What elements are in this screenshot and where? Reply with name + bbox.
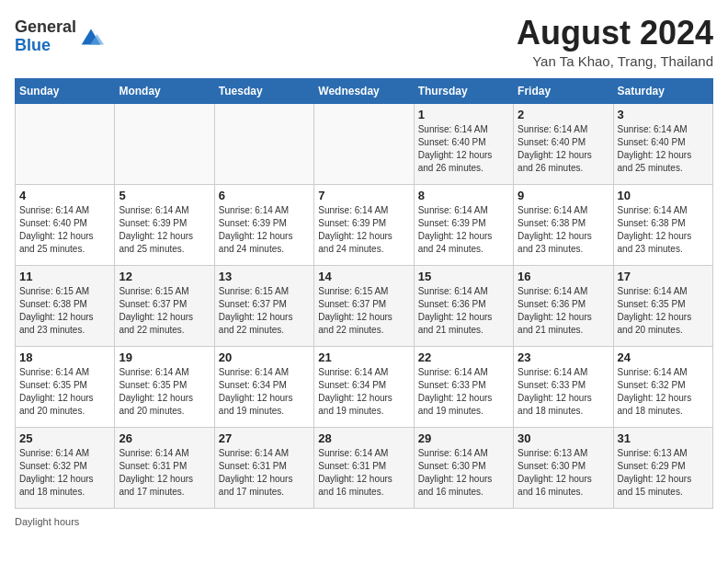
calendar-cell: 6Sunrise: 6:14 AM Sunset: 6:39 PM Daylig… [214,184,313,265]
weekday-header-friday: Friday [514,78,613,103]
day-number: 25 [19,431,110,445]
day-info: Sunrise: 6:13 AM Sunset: 6:30 PM Dayligh… [518,447,609,499]
day-number: 9 [518,189,609,202]
day-info: Sunrise: 6:14 AM Sunset: 6:38 PM Dayligh… [518,204,609,256]
weekday-header-wednesday: Wednesday [314,78,414,103]
day-number: 2 [518,108,609,121]
day-info: Sunrise: 6:14 AM Sunset: 6:35 PM Dayligh… [19,366,110,418]
day-number: 31 [618,431,709,445]
day-info: Sunrise: 6:14 AM Sunset: 6:39 PM Dayligh… [418,204,509,256]
calendar-cell: 4Sunrise: 6:14 AM Sunset: 6:40 PM Daylig… [16,184,115,265]
calendar-week-1: 1Sunrise: 6:14 AM Sunset: 6:40 PM Daylig… [16,103,713,184]
day-number: 14 [318,270,409,283]
calendar-week-5: 25Sunrise: 6:14 AM Sunset: 6:32 PM Dayli… [16,427,713,508]
calendar-cell: 21Sunrise: 6:14 AM Sunset: 6:34 PM Dayli… [314,346,414,427]
day-number: 13 [219,270,310,283]
calendar-week-2: 4Sunrise: 6:14 AM Sunset: 6:40 PM Daylig… [16,184,713,265]
day-number: 21 [318,350,409,364]
weekday-header-monday: Monday [115,78,214,103]
day-info: Sunrise: 6:14 AM Sunset: 6:31 PM Dayligh… [318,447,409,499]
calendar-cell: 12Sunrise: 6:15 AM Sunset: 6:37 PM Dayli… [115,265,214,346]
day-info: Sunrise: 6:14 AM Sunset: 6:31 PM Dayligh… [119,447,210,499]
day-info: Sunrise: 6:14 AM Sunset: 6:39 PM Dayligh… [119,204,210,256]
calendar-cell [115,103,214,184]
day-info: Sunrise: 6:14 AM Sunset: 6:36 PM Dayligh… [518,285,609,337]
header: General Blue August 2024 Yan Ta Khao, Tr… [15,15,713,69]
calendar-cell: 9Sunrise: 6:14 AM Sunset: 6:38 PM Daylig… [514,184,613,265]
calendar-cell: 1Sunrise: 6:14 AM Sunset: 6:40 PM Daylig… [414,103,513,184]
calendar-cell: 26Sunrise: 6:14 AM Sunset: 6:31 PM Dayli… [115,427,214,508]
weekday-header-thursday: Thursday [414,78,513,103]
calendar-week-3: 11Sunrise: 6:15 AM Sunset: 6:38 PM Dayli… [16,265,713,346]
calendar-cell: 23Sunrise: 6:14 AM Sunset: 6:33 PM Dayli… [514,346,613,427]
day-number: 20 [219,350,310,364]
day-info: Sunrise: 6:14 AM Sunset: 6:30 PM Dayligh… [418,447,509,499]
calendar-cell: 24Sunrise: 6:14 AM Sunset: 6:32 PM Dayli… [613,346,712,427]
calendar-cell: 19Sunrise: 6:14 AM Sunset: 6:35 PM Dayli… [115,346,214,427]
footer-note: Daylight hours [15,516,713,527]
calendar-cell: 27Sunrise: 6:14 AM Sunset: 6:31 PM Dayli… [214,427,313,508]
day-number: 16 [518,270,609,283]
logo-icon [78,24,104,50]
day-number: 5 [119,189,210,202]
day-info: Sunrise: 6:15 AM Sunset: 6:37 PM Dayligh… [119,285,210,337]
day-number: 29 [418,431,509,445]
day-info: Sunrise: 6:14 AM Sunset: 6:40 PM Dayligh… [418,123,509,175]
calendar-cell: 13Sunrise: 6:15 AM Sunset: 6:37 PM Dayli… [214,265,313,346]
day-info: Sunrise: 6:14 AM Sunset: 6:32 PM Dayligh… [19,447,110,499]
day-number: 3 [618,108,709,121]
calendar-week-4: 18Sunrise: 6:14 AM Sunset: 6:35 PM Dayli… [16,346,713,427]
day-info: Sunrise: 6:14 AM Sunset: 6:34 PM Dayligh… [318,366,409,418]
day-info: Sunrise: 6:14 AM Sunset: 6:32 PM Dayligh… [618,366,709,418]
day-info: Sunrise: 6:15 AM Sunset: 6:37 PM Dayligh… [219,285,310,337]
day-info: Sunrise: 6:14 AM Sunset: 6:39 PM Dayligh… [318,204,409,256]
day-info: Sunrise: 6:14 AM Sunset: 6:40 PM Dayligh… [19,204,110,256]
calendar-cell [314,103,414,184]
day-info: Sunrise: 6:13 AM Sunset: 6:29 PM Dayligh… [618,447,709,499]
calendar-cell: 8Sunrise: 6:14 AM Sunset: 6:39 PM Daylig… [414,184,513,265]
logo-blue-text: Blue [15,36,51,54]
calendar-cell: 2Sunrise: 6:14 AM Sunset: 6:40 PM Daylig… [514,103,613,184]
day-info: Sunrise: 6:14 AM Sunset: 6:33 PM Dayligh… [518,366,609,418]
calendar-cell: 31Sunrise: 6:13 AM Sunset: 6:29 PM Dayli… [613,427,712,508]
calendar-cell: 16Sunrise: 6:14 AM Sunset: 6:36 PM Dayli… [514,265,613,346]
day-info: Sunrise: 6:15 AM Sunset: 6:37 PM Dayligh… [318,285,409,337]
calendar-cell: 18Sunrise: 6:14 AM Sunset: 6:35 PM Dayli… [16,346,115,427]
calendar-cell: 11Sunrise: 6:15 AM Sunset: 6:38 PM Dayli… [16,265,115,346]
calendar-cell: 7Sunrise: 6:14 AM Sunset: 6:39 PM Daylig… [314,184,414,265]
day-number: 30 [518,431,609,445]
day-number: 27 [219,431,310,445]
calendar-cell: 5Sunrise: 6:14 AM Sunset: 6:39 PM Daylig… [115,184,214,265]
day-number: 18 [19,350,110,364]
calendar-cell [16,103,115,184]
day-info: Sunrise: 6:14 AM Sunset: 6:39 PM Dayligh… [219,204,310,256]
day-number: 10 [618,189,709,202]
day-number: 19 [119,350,210,364]
day-info: Sunrise: 6:14 AM Sunset: 6:31 PM Dayligh… [219,447,310,499]
calendar-cell: 28Sunrise: 6:14 AM Sunset: 6:31 PM Dayli… [314,427,414,508]
day-info: Sunrise: 6:14 AM Sunset: 6:36 PM Dayligh… [418,285,509,337]
calendar-cell: 3Sunrise: 6:14 AM Sunset: 6:40 PM Daylig… [613,103,712,184]
calendar-table: SundayMondayTuesdayWednesdayThursdayFrid… [15,78,713,509]
day-info: Sunrise: 6:15 AM Sunset: 6:38 PM Dayligh… [19,285,110,337]
day-info: Sunrise: 6:14 AM Sunset: 6:34 PM Dayligh… [219,366,310,418]
day-number: 4 [19,189,110,202]
month-year: August 2024 [517,15,713,52]
calendar-cell: 25Sunrise: 6:14 AM Sunset: 6:32 PM Dayli… [16,427,115,508]
day-number: 1 [418,108,509,121]
calendar-cell: 29Sunrise: 6:14 AM Sunset: 6:30 PM Dayli… [414,427,513,508]
day-number: 11 [19,270,110,283]
day-info: Sunrise: 6:14 AM Sunset: 6:33 PM Dayligh… [418,366,509,418]
location: Yan Ta Khao, Trang, Thailand [517,53,713,69]
calendar-cell: 20Sunrise: 6:14 AM Sunset: 6:34 PM Dayli… [214,346,313,427]
weekday-header-saturday: Saturday [613,78,712,103]
calendar-cell [214,103,313,184]
logo-general-text: General [15,17,76,36]
day-number: 8 [418,189,509,202]
calendar-cell: 10Sunrise: 6:14 AM Sunset: 6:38 PM Dayli… [613,184,712,265]
day-number: 22 [418,350,509,364]
day-info: Sunrise: 6:14 AM Sunset: 6:35 PM Dayligh… [119,366,210,418]
day-number: 24 [618,350,709,364]
day-number: 26 [119,431,210,445]
day-info: Sunrise: 6:14 AM Sunset: 6:40 PM Dayligh… [518,123,609,175]
